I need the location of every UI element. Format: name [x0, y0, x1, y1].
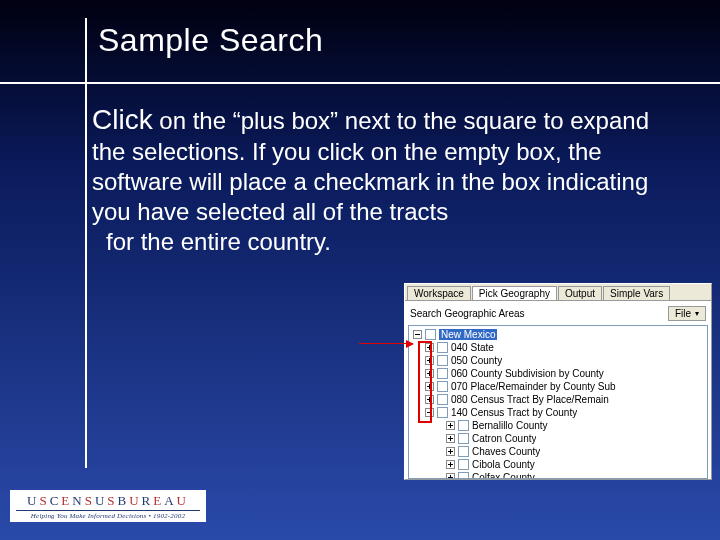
tree-level2-row[interactable]: Bernalillo County — [411, 419, 707, 432]
expand-icon[interactable] — [446, 460, 455, 469]
tree-item-label: Bernalillo County — [472, 420, 548, 431]
tree-level1-row[interactable]: 080 Census Tract By Place/Remain — [411, 393, 707, 406]
screenshot-panel: Workspace Pick Geography Output Simple V… — [404, 283, 712, 480]
tree-item-label: Chaves County — [472, 446, 540, 457]
tree-level1-row[interactable]: 140 Census Tract by County — [411, 406, 707, 419]
panel: Search Geographic Areas File ▾ New Mexic… — [405, 300, 711, 479]
collapse-icon[interactable] — [425, 408, 434, 417]
tree-root-label: New Mexico — [439, 329, 497, 340]
tree-item-label: 080 Census Tract By Place/Remain — [451, 394, 609, 405]
body-line2: for the entire country. — [106, 227, 652, 257]
checkbox[interactable] — [437, 342, 448, 353]
checkbox[interactable] — [437, 394, 448, 405]
tab-pick-geography[interactable]: Pick Geography — [472, 286, 557, 300]
expand-icon[interactable] — [425, 369, 434, 378]
census-logo: USCENSUSBUREAU Helping You Make Informed… — [10, 490, 206, 522]
horizontal-rule — [0, 82, 720, 84]
file-button[interactable]: File ▾ — [668, 306, 706, 321]
tree-level2-row[interactable]: Catron County — [411, 432, 707, 445]
body-text: Click on the “plus box” next to the squa… — [92, 102, 652, 257]
page-title: Sample Search — [98, 22, 323, 59]
arrow-icon — [359, 343, 413, 344]
tab-bar: Workspace Pick Geography Output Simple V… — [405, 284, 711, 300]
tree-item-label: Colfax County — [472, 472, 535, 479]
panel-label: Search Geographic Areas — [410, 308, 525, 319]
expand-icon[interactable] — [446, 473, 455, 479]
checkbox[interactable] — [458, 459, 469, 470]
logo-subtitle: Helping You Make Informed Decisions • 19… — [16, 510, 200, 520]
body-lead: Click — [92, 104, 153, 135]
tree-item-label: 070 Place/Remainder by County Sub — [451, 381, 616, 392]
expand-icon[interactable] — [446, 434, 455, 443]
tab-output[interactable]: Output — [558, 286, 602, 300]
tree-view[interactable]: New Mexico 040 State050 County060 County… — [408, 325, 708, 479]
tree-item-label: 050 County — [451, 355, 502, 366]
tree-level2-row[interactable]: Chaves County — [411, 445, 707, 458]
slide: Sample Search Click on the “plus box” ne… — [0, 0, 720, 540]
tree-item-label: 060 County Subdivision by County — [451, 368, 604, 379]
checkbox[interactable] — [425, 329, 436, 340]
tree-item-label: Catron County — [472, 433, 536, 444]
checkbox[interactable] — [437, 355, 448, 366]
tree-item-label: 040 State — [451, 342, 494, 353]
checkbox[interactable] — [458, 433, 469, 444]
vertical-rule — [85, 18, 87, 468]
body-rest: on the “plus box” next to the square to … — [92, 107, 649, 225]
checkbox[interactable] — [437, 368, 448, 379]
expand-icon[interactable] — [425, 382, 434, 391]
tree-level1-row[interactable]: 050 County — [411, 354, 707, 367]
tree-level2-row[interactable]: Colfax County — [411, 471, 707, 479]
expand-icon[interactable] — [425, 356, 434, 365]
checkbox[interactable] — [458, 420, 469, 431]
checkbox[interactable] — [437, 381, 448, 392]
tab-workspace[interactable]: Workspace — [407, 286, 471, 300]
collapse-icon[interactable] — [413, 330, 422, 339]
file-button-label: File — [675, 308, 691, 319]
caret-down-icon: ▾ — [695, 309, 699, 318]
checkbox[interactable] — [437, 407, 448, 418]
logo-main: USCENSUSBUREAU — [16, 493, 200, 509]
expand-icon[interactable] — [425, 395, 434, 404]
tab-simple-vars[interactable]: Simple Vars — [603, 286, 670, 300]
tree-level1-row[interactable]: 060 County Subdivision by County — [411, 367, 707, 380]
tree-level1-row[interactable]: 070 Place/Remainder by County Sub — [411, 380, 707, 393]
checkbox[interactable] — [458, 446, 469, 457]
tree-root-row[interactable]: New Mexico — [411, 328, 707, 341]
tree-item-label: Cibola County — [472, 459, 535, 470]
expand-icon[interactable] — [446, 421, 455, 430]
tree-item-label: 140 Census Tract by County — [451, 407, 577, 418]
tree-level2-row[interactable]: Cibola County — [411, 458, 707, 471]
tree-level1-row[interactable]: 040 State — [411, 341, 707, 354]
checkbox[interactable] — [458, 472, 469, 479]
expand-icon[interactable] — [425, 343, 434, 352]
expand-icon[interactable] — [446, 447, 455, 456]
